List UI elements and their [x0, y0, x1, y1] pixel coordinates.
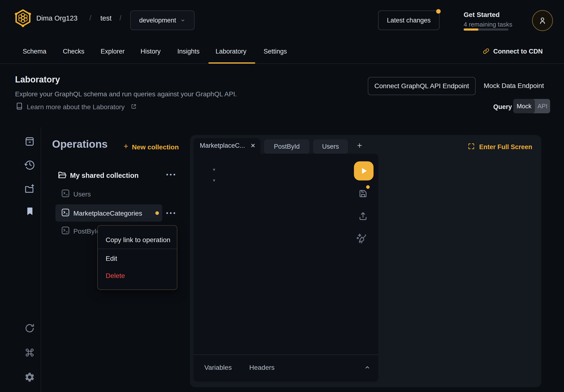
run-query-button[interactable] [354, 161, 373, 181]
query-editor[interactable] [193, 154, 378, 382]
unsaved-indicator-dot [155, 211, 159, 215]
notification-dot [436, 9, 441, 14]
folder-open-icon [57, 170, 67, 180]
editor-tab-label: Users [322, 143, 339, 150]
fold-icon[interactable] [213, 178, 215, 183]
settings-gear-icon[interactable] [24, 372, 35, 383]
new-folder-icon[interactable] [24, 183, 35, 194]
link-icon [482, 47, 490, 55]
editor-tab-users[interactable]: Users [313, 139, 348, 154]
user-avatar[interactable] [532, 10, 553, 31]
collection-name: My shared collection [70, 172, 139, 180]
headers-tab[interactable]: Headers [249, 364, 275, 371]
page-subtitle: Explore your GraphQL schema and run quer… [15, 90, 237, 98]
tab-insights[interactable]: Insights [177, 48, 200, 55]
connect-endpoint-label: Connect GraphQL API Endpoint [374, 82, 469, 90]
refresh-icon[interactable] [24, 323, 35, 334]
get-started-title: Get Started [464, 11, 500, 19]
operation-label: PostById [73, 227, 100, 235]
get-started-progress [464, 28, 509, 31]
documentation-icon[interactable] [24, 136, 35, 147]
menu-item-delete[interactable]: Delete [106, 272, 125, 280]
tab-schema[interactable]: Schema [23, 48, 46, 55]
editor-tab-postbyid[interactable]: PostById [264, 139, 309, 154]
operation-icon [60, 188, 70, 198]
variant-selector[interactable]: development [130, 11, 194, 30]
editor-tab-label: MarketplaceC... [200, 142, 245, 149]
latest-changes-label: Latest changes [387, 17, 431, 24]
new-tab-button[interactable]: + [357, 140, 362, 150]
menu-item-copy-link[interactable]: Copy link to operation [106, 236, 170, 244]
breadcrumb-graph[interactable]: test [100, 14, 112, 22]
variables-tab[interactable]: Variables [204, 364, 232, 371]
operation-more-menu[interactable] [166, 212, 175, 214]
operation-label: MarketplaceCategories [73, 210, 142, 217]
fullscreen-label: Enter Full Screen [479, 143, 532, 151]
toggle-option-mock[interactable]: Mock [513, 99, 535, 113]
history-icon[interactable] [24, 159, 35, 170]
person-icon [538, 16, 547, 25]
bookmark-icon[interactable] [25, 206, 35, 217]
external-link-icon [130, 103, 137, 110]
breadcrumb-separator: / [120, 14, 121, 22]
editor-footer-divider [193, 354, 378, 355]
command-icon[interactable] [24, 347, 35, 358]
collapse-chevron-up-icon[interactable] [364, 364, 371, 371]
app-window: Dima Org123 / test / development Latest … [0, 0, 564, 392]
collection-more-menu[interactable] [166, 173, 175, 176]
progress-fill [464, 28, 479, 31]
apollo-logo-icon[interactable] [14, 9, 32, 27]
learn-more-label: Learn more about the Laboratory [27, 103, 124, 111]
close-icon[interactable]: ✕ [250, 142, 255, 149]
editor-tab-active[interactable]: MarketplaceC... ✕ [193, 138, 261, 155]
operation-icon [60, 208, 70, 218]
operation-label: Users [73, 191, 91, 198]
operation-icon [60, 225, 70, 236]
tab-history[interactable]: History [140, 48, 161, 55]
query-label: Query [493, 103, 512, 111]
menu-divider [98, 249, 177, 249]
plus-icon: + [124, 141, 128, 151]
variant-selector-value: development [139, 17, 176, 24]
toggle-option-api[interactable]: API [535, 99, 550, 113]
mock-endpoint-button[interactable]: Mock Data Endpoint [484, 82, 544, 90]
breadcrumb-separator: / [89, 14, 91, 22]
breadcrumb-org[interactable]: Dima Org123 [36, 14, 77, 22]
fold-icon[interactable] [213, 167, 215, 172]
rail-divider [41, 127, 41, 392]
save-button[interactable] [358, 188, 368, 199]
top-nav: Schema Checks Explorer History Insights … [0, 41, 564, 64]
tab-checks[interactable]: Checks [63, 48, 84, 55]
page-title: Laboratory [15, 75, 60, 84]
context-menu: Copy link to operation Edit Delete [97, 225, 177, 290]
fullscreen-icon [468, 142, 475, 150]
connect-to-cdn-link[interactable]: Connect to CDN [493, 48, 543, 55]
editor-tab-label: PostById [274, 143, 300, 150]
prettify-button[interactable] [355, 232, 368, 245]
active-tab-underline [208, 62, 255, 64]
menu-item-edit[interactable]: Edit [106, 255, 117, 263]
book-icon [15, 102, 24, 111]
get-started-subtitle: 4 remaining tasks [464, 21, 512, 28]
tab-explorer[interactable]: Explorer [101, 48, 125, 55]
query-mode-toggle: Mock API [513, 99, 550, 113]
share-upload-button[interactable] [358, 211, 368, 221]
latest-changes-button[interactable]: Latest changes [378, 11, 440, 30]
unsaved-indicator-dot [366, 185, 370, 189]
tab-laboratory[interactable]: Laboratory [216, 48, 246, 55]
chevron-down-icon [180, 17, 186, 23]
operations-title: Operations [52, 138, 108, 150]
connect-endpoint-button[interactable]: Connect GraphQL API Endpoint [368, 77, 476, 95]
tab-settings[interactable]: Settings [264, 48, 287, 55]
new-collection-label: New collection [132, 143, 179, 151]
play-icon [360, 167, 368, 175]
